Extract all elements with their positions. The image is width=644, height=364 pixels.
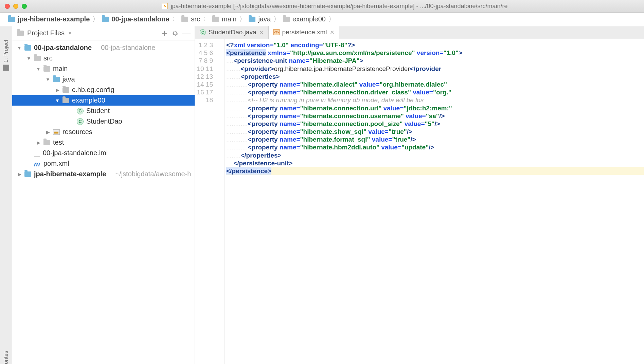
class-icon: C bbox=[77, 118, 84, 125]
titlebar: jpa-hibernate-example [~/jstobigdata/awe… bbox=[0, 0, 644, 13]
folder-icon bbox=[43, 140, 50, 145]
minimize-window-button[interactable] bbox=[13, 4, 18, 9]
project-toolwindow-icon bbox=[3, 65, 9, 71]
tree-node-package[interactable]: c.hb.eg.config bbox=[12, 85, 195, 95]
tree-node-module[interactable]: jpa-hibernate-example ~/jstobigdata/awes… bbox=[12, 169, 195, 179]
code-text[interactable]: <?xml version="1.0" encoding="UTF-8"?><p… bbox=[225, 39, 644, 364]
editor-tabs: C StudentDao.java ✕ </> persistence.xml … bbox=[195, 26, 644, 39]
iml-file-icon bbox=[34, 150, 40, 157]
src-folder-icon bbox=[249, 17, 255, 22]
project-panel-title: Project Files bbox=[27, 29, 65, 37]
hide-panel-icon[interactable]: — bbox=[182, 30, 190, 37]
tree-node-folder[interactable]: test bbox=[12, 137, 195, 148]
breadcrumb-item[interactable]: example00 bbox=[281, 15, 328, 23]
breadcrumb-item[interactable]: jpa-hibernate-example bbox=[6, 15, 92, 23]
xml-file-icon: </> bbox=[273, 29, 280, 35]
project-tree[interactable]: 00-jpa-standalone 00-jpa-standalone src … bbox=[12, 40, 195, 364]
editor-tab-active[interactable]: </> persistence.xml ✕ bbox=[269, 26, 339, 39]
chevron-right-icon: 〉 bbox=[203, 15, 210, 24]
scroll-from-source-icon[interactable] bbox=[161, 30, 168, 37]
editor-tab[interactable]: C StudentDao.java ✕ bbox=[195, 26, 269, 39]
app-file-icon bbox=[162, 3, 168, 9]
tree-node-file[interactable]: mpom.xml bbox=[12, 158, 195, 169]
tree-node-class[interactable]: CStudent bbox=[12, 106, 195, 116]
resources-folder-icon bbox=[53, 129, 60, 135]
package-icon bbox=[62, 87, 69, 93]
src-folder-icon bbox=[53, 77, 60, 82]
workspace: 1: Project orites Project Files ▼ — 00-j… bbox=[0, 26, 644, 364]
folder-icon bbox=[212, 17, 219, 22]
class-icon: C bbox=[77, 108, 84, 114]
breadcrumb-item[interactable]: 00-jpa-standalone bbox=[100, 15, 171, 23]
breadcrumb-item[interactable]: main bbox=[210, 15, 238, 23]
close-window-button[interactable] bbox=[5, 4, 10, 9]
breadcrumb: jpa-hibernate-example 〉 00-jpa-standalon… bbox=[0, 13, 644, 26]
tree-node-package-selected[interactable]: example00 bbox=[12, 95, 195, 106]
module-icon bbox=[24, 171, 31, 177]
maven-icon: m bbox=[34, 160, 41, 167]
module-icon bbox=[24, 45, 31, 51]
chevron-right-icon: 〉 bbox=[239, 15, 246, 24]
chevron-right-icon: 〉 bbox=[92, 15, 99, 24]
project-icon bbox=[17, 31, 24, 36]
toolwindow-tab-favorites[interactable]: orites bbox=[3, 351, 9, 364]
code-area[interactable]: 1 2 3 4 5 6 7 8 9 10 11 12 13 14 15 16 1… bbox=[195, 39, 644, 364]
breadcrumb-item[interactable]: src bbox=[179, 15, 202, 23]
tree-node-resources[interactable]: resources bbox=[12, 127, 195, 137]
svg-point-0 bbox=[164, 33, 165, 34]
window-title-text: jpa-hibernate-example [~/jstobigdata/awe… bbox=[171, 3, 507, 10]
toolwindow-tab-project[interactable]: 1: Project bbox=[3, 40, 9, 71]
zoom-window-button[interactable] bbox=[22, 4, 27, 9]
gear-icon[interactable] bbox=[172, 30, 179, 37]
chevron-down-icon[interactable]: ▼ bbox=[68, 31, 72, 36]
java-class-icon: C bbox=[200, 29, 206, 35]
editor-tab-label: persistence.xml bbox=[282, 29, 327, 36]
breadcrumb-item[interactable]: java bbox=[247, 15, 273, 23]
tree-node-file[interactable]: 00-jpa-standalone.iml bbox=[12, 148, 195, 158]
project-panel-header: Project Files ▼ — bbox=[12, 26, 195, 40]
close-tab-icon[interactable]: ✕ bbox=[259, 29, 264, 36]
chevron-right-icon: 〉 bbox=[273, 15, 280, 24]
folder-icon bbox=[43, 66, 50, 72]
package-icon bbox=[62, 98, 69, 103]
line-gutter: 1 2 3 4 5 6 7 8 9 10 11 12 13 14 15 16 1… bbox=[195, 39, 219, 364]
chevron-right-icon: 〉 bbox=[328, 15, 335, 24]
tree-node-src-folder[interactable]: java bbox=[12, 74, 195, 85]
folder-icon bbox=[181, 17, 188, 22]
window-controls bbox=[5, 4, 27, 9]
module-icon bbox=[8, 17, 15, 22]
fold-gutter[interactable] bbox=[219, 39, 225, 364]
tree-node-class[interactable]: CStudentDao bbox=[12, 116, 195, 127]
tree-node-folder[interactable]: main bbox=[12, 63, 195, 74]
close-tab-icon[interactable]: ✕ bbox=[330, 29, 334, 36]
tree-node-folder[interactable]: src bbox=[12, 53, 195, 63]
window-title: jpa-hibernate-example [~/jstobigdata/awe… bbox=[30, 3, 639, 10]
tree-node-module[interactable]: 00-jpa-standalone 00-jpa-standalone bbox=[12, 42, 195, 53]
toolwindow-strip: 1: Project orites bbox=[0, 26, 12, 364]
editor: C StudentDao.java ✕ </> persistence.xml … bbox=[195, 26, 644, 364]
folder-icon bbox=[34, 56, 41, 61]
editor-tab-label: StudentDao.java bbox=[209, 29, 256, 36]
package-icon bbox=[283, 17, 290, 22]
project-panel: Project Files ▼ — 00-jpa-standalone 00-j… bbox=[12, 26, 195, 364]
chevron-right-icon: 〉 bbox=[172, 15, 179, 24]
module-icon bbox=[102, 17, 109, 22]
